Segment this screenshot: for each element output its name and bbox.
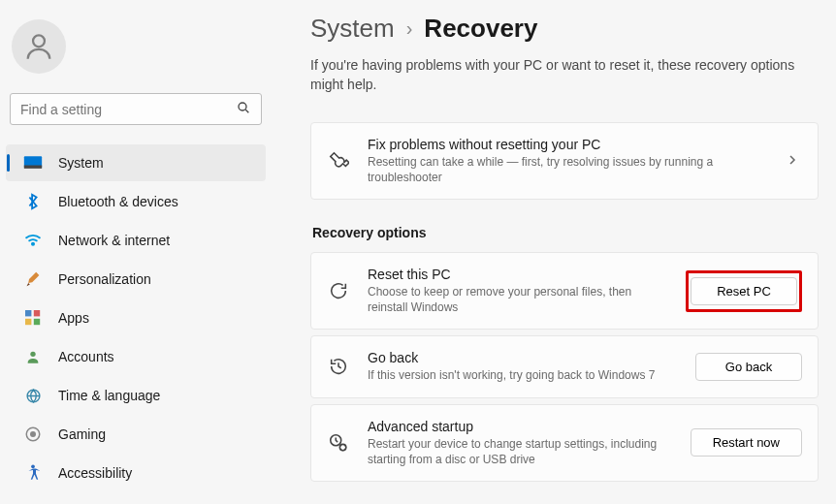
globe-clock-icon xyxy=(23,386,43,405)
sidebar-item-label: Accounts xyxy=(58,349,114,364)
svg-rect-9 xyxy=(34,319,40,325)
svg-point-5 xyxy=(32,243,34,245)
sidebar-item-label: Time & language xyxy=(58,388,160,403)
go-back-button[interactable]: Go back xyxy=(695,353,802,381)
sidebar-item-system[interactable]: System xyxy=(6,144,266,181)
svg-line-2 xyxy=(245,110,248,112)
bluetooth-icon xyxy=(23,192,43,211)
apps-icon xyxy=(23,308,43,328)
gaming-icon xyxy=(23,425,43,444)
sidebar-item-apps[interactable]: Apps xyxy=(6,299,266,336)
card-desc: Choose to keep or remove your personal f… xyxy=(368,284,668,315)
card-title: Reset this PC xyxy=(368,267,668,282)
sidebar-item-label: System xyxy=(58,155,104,171)
sidebar-item-label: Accessibility xyxy=(58,465,132,481)
section-header: Recovery options xyxy=(312,225,819,240)
card-desc: If this version isn't working, try going… xyxy=(368,367,678,383)
svg-point-13 xyxy=(30,431,36,437)
reset-pc-button[interactable]: Reset PC xyxy=(691,277,797,305)
sidebar-item-gaming[interactable]: Gaming xyxy=(6,416,266,453)
system-icon xyxy=(23,153,43,173)
card-title: Advanced startup xyxy=(368,419,673,434)
sidebar: System Bluetooth & devices Network & int… xyxy=(0,0,272,504)
nav-list: System Bluetooth & devices Network & int… xyxy=(0,137,272,493)
sidebar-item-personalization[interactable]: Personalization xyxy=(6,261,266,298)
svg-rect-7 xyxy=(34,310,40,316)
sidebar-item-label: Personalization xyxy=(58,271,151,287)
startup-gear-icon xyxy=(327,431,350,455)
chevron-right-icon xyxy=(783,153,802,169)
breadcrumb-parent[interactable]: System xyxy=(310,14,395,44)
sidebar-item-network[interactable]: Network & internet xyxy=(6,222,266,259)
svg-rect-6 xyxy=(25,310,31,316)
sidebar-item-bluetooth[interactable]: Bluetooth & devices xyxy=(6,183,266,220)
svg-point-1 xyxy=(239,103,246,110)
wifi-icon xyxy=(23,231,43,250)
sidebar-item-label: Apps xyxy=(58,310,89,326)
highlight-box: Reset PC xyxy=(686,270,802,312)
svg-rect-4 xyxy=(24,166,42,169)
search-input[interactable] xyxy=(20,102,236,117)
accessibility-icon xyxy=(23,463,43,483)
card-title: Fix problems without resetting your PC xyxy=(368,137,765,152)
page-title: Recovery xyxy=(424,14,537,44)
restart-now-button[interactable]: Restart now xyxy=(691,428,802,457)
chevron-right-icon: › xyxy=(406,17,413,40)
page-intro: If you're having problems with your PC o… xyxy=(310,55,815,95)
sidebar-item-accounts[interactable]: Accounts xyxy=(6,338,266,375)
sidebar-item-accessibility[interactable]: Accessibility xyxy=(6,455,266,491)
brush-icon xyxy=(23,269,43,289)
card-go-back: Go back If this version isn't working, t… xyxy=(310,335,819,397)
accounts-icon xyxy=(23,347,43,366)
svg-point-14 xyxy=(31,464,35,468)
sidebar-item-label: Gaming xyxy=(58,426,106,442)
sidebar-item-time-language[interactable]: Time & language xyxy=(6,377,266,414)
card-fix-problems[interactable]: Fix problems without resetting your PC R… xyxy=(310,122,819,200)
reset-icon xyxy=(327,279,350,302)
card-reset-pc: Reset this PC Choose to keep or remove y… xyxy=(310,252,819,330)
history-icon xyxy=(327,355,350,378)
svg-point-0 xyxy=(33,35,45,47)
sidebar-item-label: Network & internet xyxy=(58,233,170,248)
card-advanced-startup: Advanced startup Restart your device to … xyxy=(310,404,819,482)
sidebar-item-label: Bluetooth & devices xyxy=(58,194,178,209)
breadcrumb: System › Recovery xyxy=(310,14,819,44)
content-area: System › Recovery If you're having probl… xyxy=(272,0,836,504)
card-desc: Restart your device to change startup se… xyxy=(368,436,673,467)
avatar xyxy=(12,19,66,74)
wrench-icon xyxy=(327,149,350,173)
search-icon xyxy=(236,100,251,118)
svg-rect-8 xyxy=(25,319,31,325)
card-title: Go back xyxy=(368,350,678,365)
search-box[interactable] xyxy=(10,93,262,125)
svg-point-10 xyxy=(30,352,35,357)
card-desc: Resetting can take a while — first, try … xyxy=(368,154,765,185)
profile-row[interactable] xyxy=(0,10,272,91)
